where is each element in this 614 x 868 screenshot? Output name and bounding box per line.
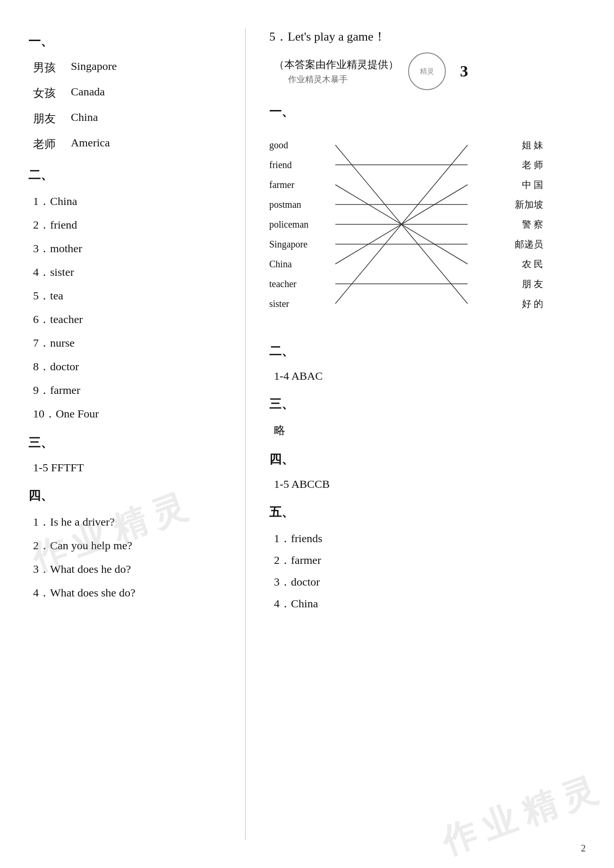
section-san: 三、 1-5 FFTFT [28,434,231,474]
page-number: 2 [581,843,586,854]
section-er-header: 二、 [28,167,231,183]
right-list5: 1．friends2．farmer3．doctor4．China [269,531,586,611]
left-list2: 1．Is he a driver?2．Can you help me?3．Wha… [28,514,231,600]
right-section-er: 二、 1-4 ABAC [269,343,586,383]
list-item: 4．sister [33,264,231,280]
list-item: 5．tea [33,288,231,303]
list-item: 8．doctor [33,359,231,374]
section-si-header: 四、 [28,487,231,504]
stamp-subtitle: 作业精灵木暴手 [288,74,399,85]
right-section-wu: 五、 1．friends2．farmer3．doctor4．China [269,504,586,611]
list-item: 9．farmer [33,383,231,398]
match-diagram: goodfriendfarmerpostmanpolicemanSingapor… [269,130,543,329]
list-item: 3．What does he do? [33,562,231,577]
section-yi: 一、 男孩Singapore女孩Canada朋友China老师America [28,33,231,152]
vocab-en: America [71,136,156,152]
right-section-si-header: 四、 [269,451,586,468]
list-item: 2．friend [33,217,231,232]
section-san-header: 三、 [28,434,231,451]
list-item: 2．Can you help me? [33,538,231,553]
right-section-si-content: 1-5 ABCCB [274,478,586,491]
list-item: 1．China [33,194,231,209]
right-column: 5．Let's play a game！ （本答案由作业精灵提供） 作业精灵木暴… [246,28,586,840]
list-item: 4．China [274,596,586,611]
list-item: 6．teacher [33,312,231,327]
left-list: 1．China2．friend3．mother4．sister5．tea6．te… [28,194,231,421]
right-section-san-header: 三、 [269,396,586,412]
vocab-grid: 男孩Singapore女孩Canada朋友China老师America [33,60,231,152]
list-item: 7．nurse [33,335,231,350]
section-san-content: 1-5 FFTFT [33,461,231,474]
list-item: 3．mother [33,241,231,256]
right-section-san-content: 略 [274,423,586,438]
vocab-en: China [71,111,156,126]
list-item: 3．doctor [274,574,586,589]
left-column: 一、 男孩Singapore女孩Canada朋友China老师America 二… [28,28,246,840]
vocab-zh: 老师 [33,136,71,152]
right-section-er-content: 1-4 ABAC [274,370,586,383]
vocab-zh: 女孩 [33,85,71,101]
list-item: 1．Is he a driver? [33,514,231,529]
right-section-si: 四、 1-5 ABCCB [269,451,586,491]
vocab-zh: 男孩 [33,60,71,75]
stamp-text: （本答案由作业精灵提供） [274,58,399,72]
stamp-number: 3 [460,62,468,80]
section-er: 二、 1．China2．friend3．mother4．sister5．tea6… [28,167,231,421]
vocab-zh: 朋友 [33,111,71,126]
right-section-yi-header: 一、 [269,103,586,120]
list-item: 10．One Four [33,406,231,421]
list-item: 1．friends [274,531,586,546]
right-section-er-header: 二、 [269,343,586,359]
section-si: 四、 1．Is he a driver?2．Can you help me?3．… [28,487,231,600]
section-yi-header: 一、 [28,33,231,50]
right-section-san: 三、 略 [269,396,586,438]
stamp-inner: 精灵 [420,67,434,76]
stamp-area: （本答案由作业精灵提供） 作业精灵木暴手 精灵 3 [274,52,586,90]
match-svg [269,130,543,329]
right-section-yi: 一、 goodfriendfarmerpostmanpolicemanSinga… [269,103,586,329]
vocab-en: Canada [71,85,156,101]
game-label: 5．Let's play a game！ [269,28,586,45]
stamp-circle: 精灵 [408,52,446,90]
list-item: 4．What does she do? [33,585,231,600]
right-section-wu-header: 五、 [269,504,586,520]
list-item: 2．farmer [274,553,586,568]
vocab-en: Singapore [71,60,156,75]
